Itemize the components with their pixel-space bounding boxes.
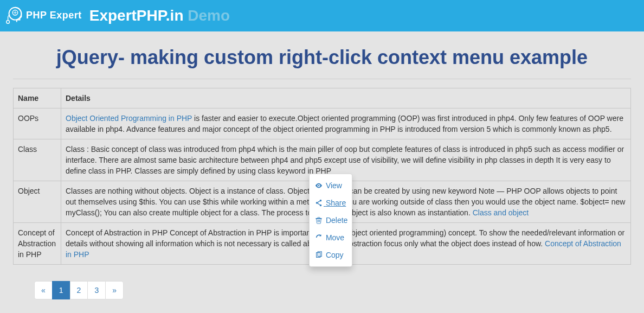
row-name: OOPs bbox=[14, 108, 61, 139]
logo-icon bbox=[4, 5, 25, 27]
page-title: jQuery- making custom right-click contex… bbox=[13, 43, 631, 71]
context-menu-move[interactable]: Move bbox=[310, 229, 352, 246]
context-menu-share[interactable]: Share bbox=[310, 194, 352, 212]
svg-point-4 bbox=[316, 202, 318, 204]
context-menu-view[interactable]: View bbox=[310, 177, 352, 194]
share-icon bbox=[315, 197, 323, 208]
copy-icon bbox=[315, 250, 323, 260]
table-row[interactable]: OOPs Object Oriented Programming in PHP … bbox=[14, 108, 631, 139]
pagination: « 1 2 3 » bbox=[13, 281, 124, 299]
logo-text: PHP Expert bbox=[26, 9, 82, 23]
pagination-page[interactable]: 1 bbox=[52, 281, 70, 299]
svg-point-2 bbox=[7, 21, 10, 24]
app-header: PHP Expert ExpertPHP.in Demo bbox=[0, 0, 644, 31]
brand-sub: Demo bbox=[188, 7, 230, 24]
row-details: Object Oriented Programming in PHP is fa… bbox=[61, 108, 631, 139]
details-link[interactable]: Class and object bbox=[473, 208, 529, 217]
row-name: Object bbox=[14, 181, 61, 223]
context-menu-label: Share bbox=[326, 199, 346, 207]
details-link[interactable]: Object Oriented Programming in PHP bbox=[66, 114, 192, 123]
context-menu-label: View bbox=[326, 181, 342, 190]
context-menu-label: Delete bbox=[326, 216, 347, 225]
row-name: Class bbox=[14, 139, 61, 181]
col-header-details: Details bbox=[61, 88, 631, 108]
arrow-icon bbox=[315, 232, 323, 243]
eye-icon bbox=[315, 180, 323, 191]
pagination-page[interactable]: 2 bbox=[70, 281, 88, 299]
svg-point-3 bbox=[320, 200, 322, 202]
trash-icon bbox=[315, 215, 323, 226]
context-menu-label: Copy bbox=[326, 251, 344, 259]
context-menu-copy[interactable]: Copy bbox=[310, 246, 352, 264]
divider bbox=[13, 79, 631, 79]
col-header-name: Name bbox=[14, 88, 61, 108]
svg-point-5 bbox=[320, 205, 322, 207]
pagination-prev[interactable]: « bbox=[34, 281, 53, 299]
context-menu: View Share Delete Move Copy bbox=[309, 174, 352, 267]
row-name: Concept of Abstraction in PHP bbox=[14, 223, 61, 265]
context-menu-label: Move bbox=[326, 233, 344, 242]
brand[interactable]: ExpertPHP.in Demo bbox=[89, 5, 230, 27]
context-menu-delete[interactable]: Delete bbox=[310, 212, 352, 229]
pagination-next[interactable]: » bbox=[105, 281, 124, 299]
brand-main: ExpertPHP.in bbox=[89, 7, 188, 24]
pagination-page[interactable]: 3 bbox=[87, 281, 106, 299]
